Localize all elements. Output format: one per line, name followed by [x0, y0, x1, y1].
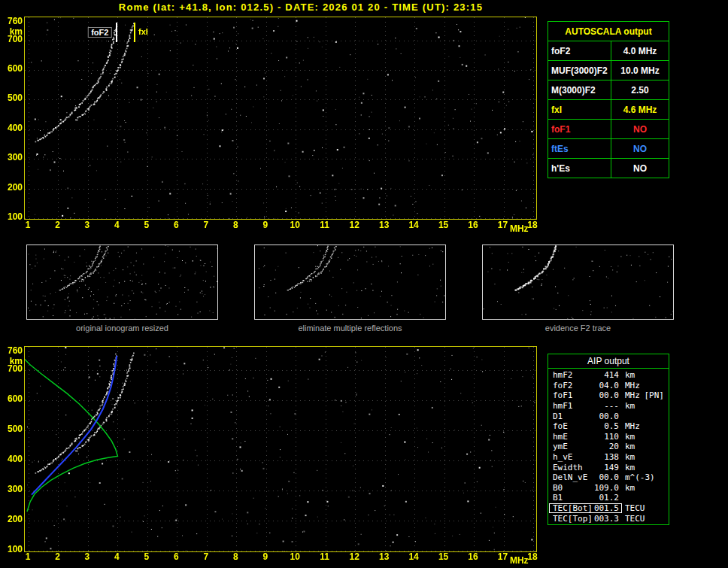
y-tick-label: 100: [1, 212, 23, 222]
y-tick-label: 600: [1, 394, 23, 404]
aip-param-value: 003.3: [593, 514, 619, 524]
autoscala-row-foF1: foF1NO: [548, 119, 669, 138]
aip-row-hmE: hmE110km: [548, 432, 669, 442]
y-tick-label: 300: [1, 484, 23, 494]
aip-param-unit: km: [625, 463, 635, 472]
autoscala-row-label: foF1: [548, 120, 611, 138]
x-tick-label: 14: [408, 220, 418, 230]
x-tick-label: 12: [349, 552, 359, 562]
x-tick-label: 6: [174, 552, 179, 562]
x-tick-label: 18: [527, 220, 537, 230]
aip-param-unit: TECU: [625, 503, 645, 513]
aip-param-unit: m^(-3): [625, 472, 655, 482]
x-tick-label: 9: [262, 220, 268, 230]
autoscala-row-ftEs: ftEsNO: [548, 138, 669, 158]
y-tick-label: 200: [1, 515, 23, 524]
aip-param-value: 110: [593, 432, 619, 442]
y-tick-label: 700: [1, 35, 23, 44]
x-tick-label: 17: [498, 220, 508, 230]
aip-param-unit: km: [625, 483, 635, 493]
aip-param-unit: km: [625, 401, 635, 411]
aip-param-value: 0.5: [593, 421, 619, 431]
x-tick-label: 3: [85, 552, 90, 562]
x-tick-label: 13: [379, 220, 389, 230]
aip-row-foF2: foF204.0MHz: [548, 381, 669, 391]
aip-param-value: 00.0: [593, 390, 619, 400]
autoscala-row-label: M(3000)F2: [548, 80, 611, 99]
aip-param-name: D1: [553, 412, 593, 421]
y-axis-unit: km: [1, 357, 23, 366]
aip-row-foE: foE0.5MHz: [548, 421, 669, 432]
aip-param-name: TEC[Top]: [553, 514, 593, 524]
autoscala-row-label: ftEs: [548, 139, 611, 158]
aip-param-name: Ewidth: [553, 463, 593, 472]
aip-param-name: hmF2: [553, 370, 593, 380]
autoscala-row-value: 4.6 MHz: [611, 100, 669, 119]
aip-param-name: foE: [553, 421, 593, 431]
x-tick-label: 7: [203, 552, 208, 562]
aip-param-value: 109.0: [593, 483, 619, 493]
y-tick-label: 100: [1, 545, 23, 554]
autoscala-row-label: foF2: [548, 41, 611, 60]
thumb-caption-eliminate: eliminate multiple reflections: [254, 323, 446, 333]
thumb-eliminate-reflections-canvas: [255, 245, 445, 319]
x-tick-label: 15: [438, 220, 448, 230]
aip-row-hmF2: hmF2414km: [548, 370, 669, 381]
autoscala-panel-title: AUTOSCALA output: [548, 22, 669, 41]
x-tick-label: 2: [55, 220, 60, 230]
aip-row-foF1: foF100.0MHz[PN]: [548, 390, 669, 401]
autoscala-row-value: 10.0 MHz: [611, 61, 669, 80]
autoscala-row-value: NO: [611, 139, 669, 158]
aip-param-value: 04.0: [593, 381, 619, 390]
aip-row-TEC[Top]: TEC[Top]003.3TECU: [548, 513, 669, 524]
autoscala-row-value: 4.0 MHz: [611, 41, 669, 60]
x-tick-label: 8: [233, 220, 238, 230]
aip-param-unit: MHz: [625, 421, 640, 431]
aip-param-name: ymE: [553, 442, 593, 451]
aip-param-name: foF2: [553, 381, 593, 390]
thumb-original-ionogram: [26, 245, 218, 320]
autoscala-row-label: fxI: [548, 100, 611, 119]
y-axis-unit: km: [1, 27, 23, 37]
y-tick-label: 200: [1, 183, 23, 193]
aip-param-name: DelN_vE: [553, 472, 593, 482]
aip-param-value: 138: [593, 452, 619, 462]
autoscala-row-foF2: foF24.0 MHz: [548, 41, 669, 60]
aip-param-name: hmE: [553, 432, 593, 442]
thumb-caption-evidence: evidence F2 trace: [482, 323, 674, 333]
y-tick-label: 500: [1, 93, 23, 103]
y-tick-label: 700: [1, 364, 23, 374]
autoscala-row-M(3000)F2: M(3000)F22.50: [548, 80, 669, 99]
thumb-evidence-f2-trace-canvas: [483, 245, 673, 319]
y-tick-label: 760: [1, 17, 23, 26]
aip-output-panel: AIP output hmF2414kmfoF204.0MHzfoF100.0M…: [548, 354, 669, 525]
autoscala-output-panel: AUTOSCALA output foF24.0 MHzMUF(3000)F21…: [548, 21, 669, 178]
x-tick-label: 15: [438, 552, 448, 562]
x-axis-unit: MHz: [510, 224, 529, 234]
aip-row-D1: D100.0: [548, 411, 669, 421]
y-tick-label: 600: [1, 64, 23, 74]
thumb-eliminate-reflections: [254, 245, 446, 320]
autoscala-row-value: NO: [611, 120, 669, 138]
x-tick-label: 9: [262, 552, 268, 562]
y-tick-label: 500: [1, 424, 23, 434]
aip-param-note: [PN]: [645, 390, 665, 400]
autoscala-row-h'Es: h'EsNO: [548, 158, 669, 178]
x-tick-label: 4: [114, 220, 120, 230]
tec-bot-highlight-box: [549, 503, 622, 513]
x-tick-label: 2: [55, 552, 60, 562]
x-tick-label: 14: [408, 552, 418, 562]
aip-param-value: 00.0: [593, 412, 619, 421]
x-tick-label: 7: [203, 220, 208, 230]
x-tick-label: 8: [233, 552, 238, 562]
autoscala-row-label: h'Es: [548, 159, 611, 178]
aip-row-hmF1: hmF1---km: [548, 401, 669, 412]
aip-row-TEC[Bot]: TEC[Bot]001.5TECU: [548, 503, 669, 514]
y-tick-label: 300: [1, 153, 23, 163]
aip-param-value: 149: [593, 463, 619, 472]
aip-param-unit: MHz: [625, 390, 640, 400]
aip-param-name: B0: [553, 483, 593, 493]
aip-param-unit: TECU: [625, 514, 645, 524]
x-tick-label: 16: [468, 220, 478, 230]
aip-param-value: 01.2: [593, 493, 619, 503]
